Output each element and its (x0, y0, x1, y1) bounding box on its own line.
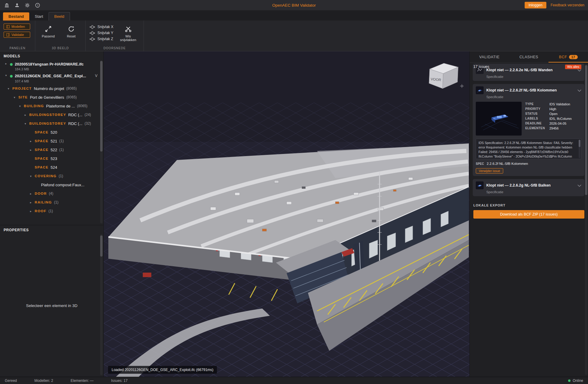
model-file-size: 184.3 MB (15, 67, 84, 71)
tree-item-storey[interactable]: ▸ BUILDINGSTOREY RDC (... (24) (0, 110, 99, 119)
field-key: DEADLINE (525, 122, 549, 125)
properties-panel: PROPERTIES Selecteer een element in 3D (0, 225, 103, 377)
ribbon-group-3d-beeld: Passend Reset 3D BEELD (35, 21, 86, 51)
section-plane-x-button[interactable]: Snijvlak X (89, 25, 113, 29)
tree-item-project[interactable]: ▾ PROJECT Numéro du projet (8065) (0, 84, 99, 93)
issue-card-collapsed[interactable]: Klopt niet — 2.2.6.2g NL-SfB Balken Spec… (473, 179, 584, 196)
tree-twisty[interactable]: ▸ (29, 201, 33, 204)
clear-section-planes-button[interactable]: Wis snijvlakken (118, 24, 139, 45)
navigation-cube[interactable]: VOOR (424, 57, 461, 92)
tab-clashes[interactable]: CLASHES (509, 51, 549, 62)
tree-item-building[interactable]: ▾ BUILDING Plateforme de ... (8065) (0, 102, 99, 110)
tree-count: (8065) (66, 86, 77, 91)
tree-label: Plafond composé:Faux... (41, 183, 84, 187)
tree-count: (24) (84, 113, 91, 117)
reset-view-button[interactable]: Reset (62, 24, 81, 45)
tree-twisty[interactable]: ▸ (29, 192, 33, 195)
login-button[interactable]: Inloggen (525, 2, 546, 8)
description-scrollbar-thumb[interactable] (579, 140, 580, 147)
group-label-3d-beeld: 3D BEELD (35, 46, 85, 50)
tree-item-railing[interactable]: ▸ RAILING (1) (0, 198, 99, 207)
zoom-fit-button[interactable]: Passend (39, 24, 58, 45)
models-scrollbar-thumb[interactable] (100, 61, 103, 152)
passend-label: Passend (42, 34, 55, 38)
tree-item-door[interactable]: ▸ DOOR (4) (0, 189, 99, 198)
ribbon-tabs: Bestand Start Beeld (0, 10, 588, 21)
model-file-row[interactable]: ▾ 20201126GEN_DOE_GSE_ARC_Expl... 107.4 … (0, 72, 99, 84)
building-icon[interactable] (4, 2, 10, 8)
upload-icon[interactable] (14, 2, 20, 8)
tree-twisty[interactable]: ▸ (24, 113, 27, 117)
remove-issue-button[interactable]: Verwijder issue (476, 168, 503, 174)
tree-type: SPACE (35, 157, 49, 160)
field-key: LABELS (525, 117, 549, 120)
validatie-panel-button[interactable]: Validatie (4, 32, 30, 38)
model-visibility-badge[interactable]: V (95, 74, 99, 78)
viewport-3d[interactable]: VOOR Loaded 20201126GEN_DOE_GSE_ARC_Expl… (104, 51, 469, 377)
issue-fields: TYPEIDS Validation PRIORITYHigh STATUSOp… (525, 102, 581, 136)
issues-cards: Klopt niet — 2.2.6.2e NL-SfB Wanden Spec… (470, 63, 588, 196)
validatie-tab-label: VALIDATIE (479, 55, 500, 59)
feedback-link[interactable]: Feedback verzenden (551, 3, 584, 7)
tree-twisty[interactable]: ▾ (7, 87, 10, 90)
tree-type: BUILDINGSTOREY (29, 122, 66, 125)
tree-item-space[interactable]: SPACE 520 (0, 128, 99, 137)
tree-item-space[interactable]: ▸ SPACE 521 (1) (0, 137, 99, 146)
scene-svg (104, 51, 469, 377)
chevron-down-icon[interactable] (577, 88, 581, 93)
modellen-panel-button[interactable]: Modellen (4, 24, 30, 30)
tree-item-roof[interactable]: ▸ ROOF (1) (0, 207, 99, 216)
settings-gear-icon[interactable] (24, 2, 30, 8)
tree-item-storey[interactable]: ▾ BUILDINGSTOREY RDC (... (32) (0, 119, 99, 128)
issue-description[interactable]: IDS Specification: 2.2.6.2f NL-SfB Kolom… (476, 139, 581, 159)
help-icon[interactable]: ? (34, 2, 40, 8)
snijvlak-y-label: Snijvlak Y (97, 31, 113, 35)
properties-placeholder: Selecteer een element in 3D (26, 303, 77, 308)
issues-scrollbar-thumb[interactable] (585, 65, 587, 195)
local-export-section: LOKALE EXPORT Download als BCF ZIP (17 i… (470, 199, 588, 222)
model-file-row[interactable]: ▸ 20200518Yangsan Pr-HARDWARE.ifc 184.3 … (0, 60, 99, 72)
tab-beeld[interactable]: Beeld (49, 12, 70, 21)
load-toast: Loaded 20201126GEN_DOE_GSE_ARC_Exploit.i… (108, 366, 217, 374)
clear-all-issues-button[interactable]: Wis alles (565, 65, 581, 69)
tab-validatie[interactable]: VALIDATIE (470, 51, 509, 62)
tree-item-plafond[interactable]: Plafond composé:Faux... (0, 181, 99, 189)
tree-twisty[interactable]: ▾ (13, 96, 16, 99)
tree-label: 520 (51, 130, 57, 135)
tree-type: RAILING (35, 200, 52, 204)
bcf-count-badge: 17 (569, 55, 578, 59)
tree-twisty[interactable]: ▸ (29, 148, 33, 152)
issue-card-expanded[interactable]: Klopt niet — 2.2.6.2f NL-SfB Kolommen Sp… (473, 84, 584, 176)
tree-item-covering[interactable]: ▾ COVERING (1) (0, 172, 99, 181)
tree-twisty[interactable]: ▸ (4, 62, 8, 65)
tree-twisty[interactable]: ▸ (29, 210, 33, 213)
tree-twisty[interactable]: ▾ (18, 104, 22, 108)
validatie-label: Validatie (11, 33, 24, 37)
section-plane-z-button[interactable]: Snijvlak Z (89, 37, 113, 41)
field-value: High (549, 107, 556, 111)
tree-twisty[interactable]: ▾ (4, 74, 8, 77)
issue-thumbnail-icon (476, 86, 484, 94)
properties-scrollbar-thumb[interactable] (100, 235, 103, 257)
tree-item-space[interactable]: SPACE 523 (0, 154, 99, 163)
section-plane-y-button[interactable]: Snijvlak Y (89, 31, 113, 35)
app-window: ? OpenAEC BIM Validator Inloggen Feedbac… (0, 0, 588, 384)
tab-start[interactable]: Start (29, 12, 48, 21)
model-tree: ▸ 20200518Yangsan Pr-HARDWARE.ifc 184.3 … (0, 60, 103, 225)
issue-subtitle: Specificatie (486, 95, 581, 99)
tree-item-site[interactable]: ▾ SITE Port de Genevilliers (8065) (0, 93, 99, 102)
tree-twisty[interactable]: ▸ (29, 139, 33, 143)
tab-bcf[interactable]: BCF 17 (548, 51, 588, 62)
chevron-down-icon[interactable] (577, 183, 581, 188)
tree-twisty[interactable]: ▾ (24, 122, 27, 125)
issue-snapshot[interactable] (476, 102, 522, 136)
tree-count: (1) (54, 200, 59, 204)
tree-item-space[interactable]: ▸ SPACE 522 (1) (0, 146, 99, 154)
reset-icon (68, 25, 75, 33)
model-file-name: 20200518Yangsan Pr-HARDWARE.ifc (15, 62, 84, 67)
viewport-settings-icon[interactable] (460, 84, 464, 89)
tree-twisty[interactable]: ▾ (29, 174, 33, 178)
download-bcf-zip-button[interactable]: Download als BCF ZIP (17 issues) (473, 210, 584, 219)
tab-bestand[interactable]: Bestand (3, 12, 29, 21)
tree-item-space[interactable]: SPACE 524 (0, 163, 99, 172)
